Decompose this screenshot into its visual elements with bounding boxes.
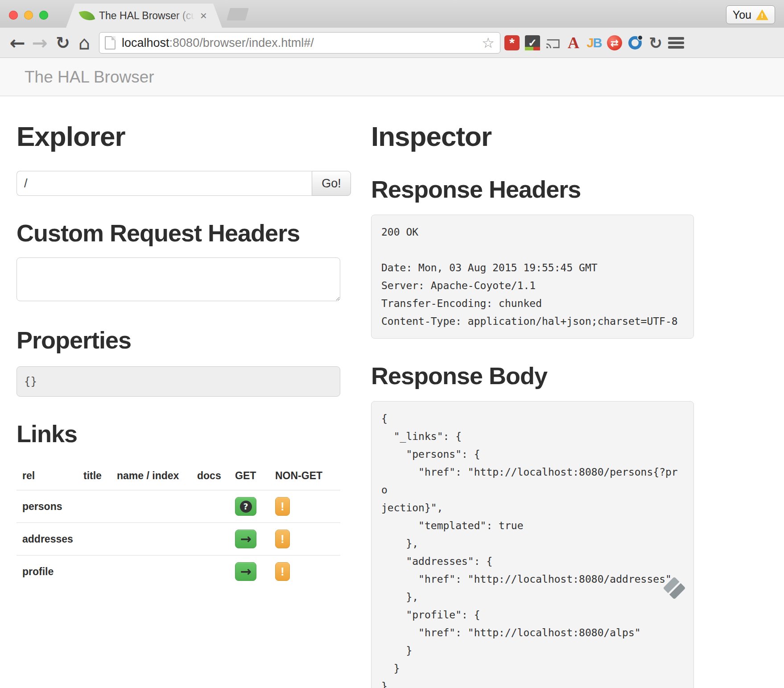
lastpass-extension-icon[interactable]: * (504, 35, 520, 50)
home-button-icon[interactable]: ⌂ (74, 28, 95, 58)
cell-docs (197, 523, 235, 555)
exclamation-icon: ! (281, 533, 284, 546)
url-text[interactable]: localhost:8080/browser/index.html#/ (122, 36, 314, 50)
tab-title-wrap: The HAL Browser (customi (99, 9, 195, 22)
url-path: :8080/browser/index.html#/ (169, 36, 314, 50)
jb-b: B (593, 36, 602, 50)
bookmark-star-icon[interactable]: ☆ (482, 34, 495, 51)
extension-icons: * ✓ A JB ⇄ ↻ (504, 28, 663, 58)
forward-button-icon: → (29, 28, 51, 58)
blue-ring-dot (637, 35, 643, 41)
site-navbar: The HAL Browser (0, 58, 784, 96)
page-content: Explorer Go! Custom Request Headers Prop… (0, 97, 784, 688)
arrow-right-icon: → (240, 532, 251, 546)
reload-button-icon[interactable]: ↻ (53, 28, 73, 58)
inspector-title: Inspector (371, 120, 694, 152)
profile-button[interactable]: You ! (726, 5, 775, 24)
exclamation-icon: ! (281, 500, 284, 513)
response-body-title: Response Body (371, 362, 694, 390)
cell-title (83, 490, 117, 523)
cell-title (83, 523, 117, 555)
rel-profile: profile (17, 555, 83, 588)
custom-request-headers-title: Custom Request Headers (17, 219, 351, 247)
cell-docs (197, 490, 235, 523)
cast-extension-icon[interactable] (545, 35, 561, 50)
arrow-right-icon: → (240, 565, 251, 578)
checkmark-extension-icon[interactable]: ✓ (525, 35, 540, 50)
blue-circle-extension-icon[interactable] (627, 35, 643, 50)
warning-icon: ! (756, 9, 768, 20)
warning-exclamation: ! (761, 11, 763, 20)
spring-leaf-favicon (79, 8, 95, 23)
chrome-menu-icon[interactable] (667, 36, 685, 50)
browser-toolbar: ← → ↻ ⌂ localhost:8080/browser/index.htm… (0, 28, 784, 58)
col-get: GET (235, 463, 275, 490)
non-get-button-profile[interactable]: ! (275, 562, 290, 581)
close-window-button[interactable] (9, 11, 18, 20)
inspector-column: Inspector Response Headers 200 OK Date: … (371, 97, 694, 688)
response-body-box: { "_links": { "persons": { "href": "http… (371, 401, 694, 688)
non-get-button-addresses[interactable]: ! (275, 530, 290, 548)
go-button[interactable]: Go! (312, 171, 351, 196)
rel-addresses: addresses (17, 523, 83, 555)
col-title: title (83, 463, 117, 490)
page-icon (105, 36, 116, 50)
non-get-button-persons[interactable]: ! (275, 497, 290, 516)
profile-button-label: You (733, 8, 751, 21)
properties-title: Properties (17, 326, 351, 354)
get-button-persons[interactable]: ? (235, 497, 256, 516)
new-tab-button[interactable] (227, 8, 249, 21)
get-button-addresses[interactable]: → (235, 530, 256, 548)
col-docs: docs (197, 463, 235, 490)
col-name-index: name / index (117, 463, 197, 490)
links-title: Links (17, 420, 351, 448)
browser-tab[interactable]: The HAL Browser (customi × (66, 4, 222, 28)
response-headers-box: 200 OK Date: Mon, 03 Aug 2015 19:55:45 G… (371, 215, 694, 339)
uri-input-group: Go! (17, 171, 351, 196)
cell-docs (197, 555, 235, 588)
site-brand: The HAL Browser (25, 68, 154, 87)
links-header-row: rel title name / index docs GET NON-GET (17, 463, 340, 490)
uri-input[interactable] (17, 171, 312, 196)
jb-j: J (586, 36, 593, 50)
traffic-lights (9, 11, 48, 20)
properties-value: {} (24, 375, 37, 388)
cell-name-index (117, 523, 197, 555)
tab-close-icon[interactable]: × (200, 10, 207, 21)
cell-name-index (117, 490, 197, 523)
table-row-addresses: addresses → ! (17, 523, 340, 555)
exclamation-icon: ! (281, 565, 284, 578)
zoom-window-button[interactable] (39, 11, 48, 20)
explorer-column: Explorer Go! Custom Request Headers Prop… (17, 97, 351, 688)
history-sync-icon[interactable]: ↻ (648, 35, 663, 50)
tab-strip: The HAL Browser (customi × You ! (0, 0, 784, 28)
col-non-get: NON-GET (275, 463, 340, 490)
minimize-window-button[interactable] (24, 11, 33, 20)
col-rel: rel (17, 463, 83, 490)
links-table: rel title name / index docs GET NON-GET … (17, 463, 340, 588)
get-button-profile[interactable]: → (235, 562, 256, 581)
explorer-title: Explorer (17, 120, 351, 152)
cell-title (83, 555, 117, 588)
custom-request-headers-textarea[interactable] (17, 257, 340, 301)
table-row-persons: persons ? ! (17, 490, 340, 523)
table-row-profile: profile → ! (17, 555, 340, 588)
rel-persons: persons (17, 490, 83, 523)
url-host: localhost (122, 36, 169, 50)
jb-extension-icon[interactable]: JB (586, 35, 602, 50)
back-button-icon[interactable]: ← (6, 28, 29, 58)
response-headers-title: Response Headers (371, 175, 694, 203)
cell-name-index (117, 555, 197, 588)
question-icon: ? (240, 501, 252, 513)
a-extension-icon[interactable]: A (566, 35, 581, 50)
properties-box: {} (17, 366, 340, 397)
sync-orb-extension-icon[interactable]: ⇄ (607, 35, 622, 50)
address-bar[interactable]: localhost:8080/browser/index.html#/ ☆ (99, 32, 500, 54)
tab-title-fade (174, 9, 195, 22)
